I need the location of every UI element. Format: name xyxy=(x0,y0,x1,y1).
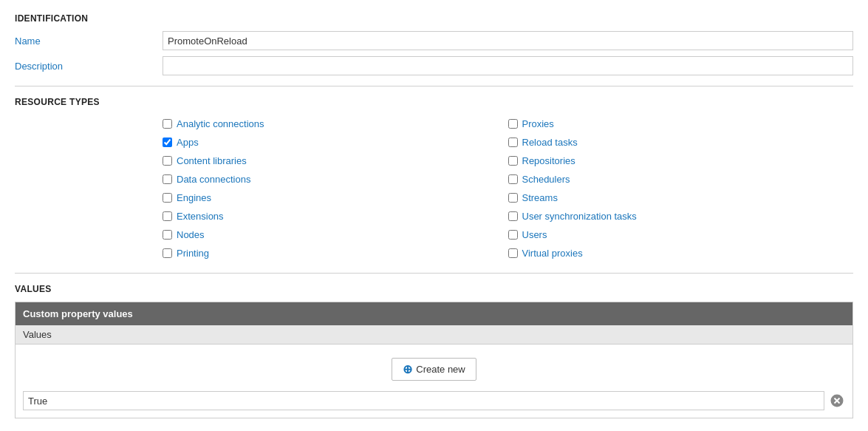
repositories-checkbox[interactable] xyxy=(508,156,518,166)
values-column-header: Values xyxy=(16,325,852,345)
remove-value-button[interactable] xyxy=(829,394,845,407)
printing-label[interactable]: Printing xyxy=(177,248,209,259)
user-sync-tasks-checkbox[interactable] xyxy=(508,211,518,221)
reload-tasks-checkbox[interactable] xyxy=(508,138,518,147)
streams-label[interactable]: Streams xyxy=(522,192,558,203)
custom-property-values-header: Custom property values xyxy=(16,302,852,325)
identification-title: IDENTIFICATION xyxy=(15,13,853,24)
checkbox-streams[interactable]: Streams xyxy=(508,189,854,207)
name-input[interactable] xyxy=(163,31,853,50)
engines-checkbox[interactable] xyxy=(163,193,172,203)
checkbox-reload-tasks[interactable]: Reload tasks xyxy=(508,133,854,152)
create-new-label: Create new xyxy=(416,364,465,375)
data-connections-label[interactable]: Data connections xyxy=(177,174,250,185)
virtual-proxies-checkbox[interactable] xyxy=(508,248,518,258)
content-libraries-label[interactable]: Content libraries xyxy=(177,155,247,166)
checkbox-apps[interactable]: Apps xyxy=(163,133,508,152)
checkboxes-grid: Analytic connections Proxies Apps Reload… xyxy=(163,115,853,262)
analytic-connections-checkbox[interactable] xyxy=(163,119,172,129)
checkbox-nodes[interactable]: Nodes xyxy=(163,225,508,244)
checkbox-users[interactable]: Users xyxy=(508,225,854,244)
divider-2 xyxy=(15,273,853,274)
extensions-checkbox[interactable] xyxy=(163,211,172,221)
nodes-label[interactable]: Nodes xyxy=(177,229,205,240)
description-row: Description xyxy=(15,56,853,75)
values-table: Custom property values Values ⊕ Create n… xyxy=(15,302,853,418)
name-label: Name xyxy=(15,35,163,47)
values-title: VALUES xyxy=(15,284,853,294)
nodes-checkbox[interactable] xyxy=(163,230,172,240)
checkbox-printing[interactable]: Printing xyxy=(163,244,508,262)
schedulers-label[interactable]: Schedulers xyxy=(522,174,570,185)
description-label: Description xyxy=(15,61,163,72)
engines-label[interactable]: Engines xyxy=(177,192,211,203)
checkbox-analytic-connections[interactable]: Analytic connections xyxy=(163,115,508,133)
checkbox-content-libraries[interactable]: Content libraries xyxy=(163,152,508,170)
schedulers-checkbox[interactable] xyxy=(508,174,518,184)
checkbox-repositories[interactable]: Repositories xyxy=(508,152,854,170)
virtual-proxies-label[interactable]: Virtual proxies xyxy=(522,248,583,259)
users-label[interactable]: Users xyxy=(522,229,547,240)
reload-tasks-label[interactable]: Reload tasks xyxy=(522,137,578,148)
extensions-label[interactable]: Extensions xyxy=(177,211,224,222)
description-input[interactable] xyxy=(163,56,853,75)
plus-icon: ⊕ xyxy=(403,362,412,376)
printing-checkbox[interactable] xyxy=(163,248,172,258)
analytic-connections-label[interactable]: Analytic connections xyxy=(177,118,264,129)
user-sync-tasks-label[interactable]: User synchronization tasks xyxy=(522,211,637,222)
apps-checkbox[interactable] xyxy=(163,138,172,147)
proxies-checkbox[interactable] xyxy=(508,119,518,129)
create-new-row: ⊕ Create new xyxy=(23,352,845,387)
checkbox-virtual-proxies[interactable]: Virtual proxies xyxy=(508,244,854,262)
name-row: Name xyxy=(15,31,853,50)
content-libraries-checkbox[interactable] xyxy=(163,156,172,166)
checkbox-extensions[interactable]: Extensions xyxy=(163,207,508,225)
create-new-button[interactable]: ⊕ Create new xyxy=(392,358,476,381)
values-section: VALUES Custom property values Values ⊕ C… xyxy=(15,284,853,418)
users-checkbox[interactable] xyxy=(508,230,518,240)
checkbox-data-connections[interactable]: Data connections xyxy=(163,170,508,189)
checkbox-user-sync-tasks[interactable]: User synchronization tasks xyxy=(508,207,854,225)
repositories-label[interactable]: Repositories xyxy=(522,155,575,166)
page-content: IDENTIFICATION Name Description RESOURCE… xyxy=(0,0,868,431)
checkbox-proxies[interactable]: Proxies xyxy=(508,115,854,133)
checkbox-engines[interactable]: Engines xyxy=(163,189,508,207)
checkbox-schedulers[interactable]: Schedulers xyxy=(508,170,854,189)
value-entry-input[interactable] xyxy=(23,391,824,410)
values-table-body: ⊕ Create new xyxy=(16,345,852,418)
divider-1 xyxy=(15,86,853,86)
proxies-label[interactable]: Proxies xyxy=(522,118,554,129)
data-connections-checkbox[interactable] xyxy=(163,174,172,184)
streams-checkbox[interactable] xyxy=(508,193,518,203)
resource-types-section: RESOURCE TYPES Analytic connections Prox… xyxy=(15,97,853,262)
value-entry-row xyxy=(23,391,845,410)
identification-section: IDENTIFICATION Name Description xyxy=(15,13,853,75)
resource-types-title: RESOURCE TYPES xyxy=(15,97,853,107)
close-icon xyxy=(830,394,844,407)
apps-label[interactable]: Apps xyxy=(177,137,199,148)
